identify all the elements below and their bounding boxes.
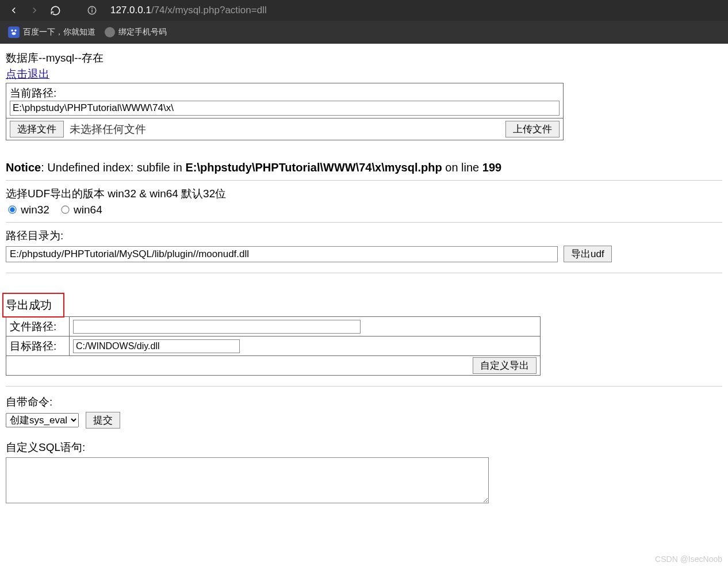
export-path-label: 路径目录为: (6, 228, 722, 243)
bookmark-baidu[interactable]: 百度一下，你就知道 (8, 26, 95, 38)
divider (6, 273, 722, 273)
export-udf-button[interactable]: 导出udf (564, 246, 612, 262)
divider (6, 222, 722, 223)
php-notice: Notice: Undefined index: subfile in E:\p… (6, 161, 722, 174)
radio-win64-label: win64 (74, 204, 102, 216)
baidu-icon (8, 26, 20, 38)
current-path-label: 当前路径: (10, 86, 560, 101)
radio-win32-wrap[interactable]: win32 (6, 204, 52, 216)
no-file-label: 未选择任何文件 (67, 122, 146, 137)
file-path-input[interactable] (73, 320, 361, 334)
browser-nav-bar: 127.0.0.1/74/x/mysql.php?action=dll (0, 0, 728, 21)
url-path: /74/x/mysql.php?action=dll (151, 5, 267, 16)
choose-file-button[interactable]: 选择文件 (10, 121, 64, 137)
svg-point-2 (92, 8, 93, 9)
builtin-cmd-label: 自带命令: (6, 395, 722, 410)
notice-file: E:\phpstudy\PHPTutorial\WWW\74\x\mysql.p… (185, 161, 442, 174)
custom-sql-label: 自定义SQL语句: (6, 440, 722, 455)
custom-export-table: 文件路径: 目标路径: 自定义导出 (6, 316, 541, 376)
notice-online: on line (442, 161, 482, 174)
url-host: 127.0.0.1 (110, 5, 151, 16)
radio-win64[interactable] (61, 205, 69, 213)
upload-table: 当前路径: 选择文件 未选择任何文件 上传文件 (6, 83, 564, 140)
target-path-label: 目标路径: (6, 336, 70, 356)
bookmark-phone[interactable]: 绑定手机号码 (105, 27, 167, 37)
file-path-label: 文件路径: (6, 317, 70, 336)
bookmark-baidu-label: 百度一下，你就知道 (23, 27, 95, 37)
target-path-input[interactable] (73, 339, 240, 353)
forward-icon[interactable] (26, 2, 43, 18)
custom-export-button[interactable]: 自定义导出 (473, 357, 537, 374)
export-success-status: 导出成功 (2, 293, 64, 318)
svg-point-5 (12, 32, 16, 35)
address-bar[interactable]: 127.0.0.1/74/x/mysql.php?action=dll (105, 5, 267, 16)
divider (6, 180, 722, 181)
radio-win32[interactable] (8, 205, 16, 213)
bookmark-phone-label: 绑定手机号码 (118, 27, 167, 37)
reload-icon[interactable] (47, 2, 63, 18)
current-path-input[interactable] (10, 101, 560, 116)
custom-sql-textarea[interactable] (6, 457, 489, 503)
bookmark-bar: 百度一下，你就知道 绑定手机号码 (0, 21, 728, 44)
upload-file-button[interactable]: 上传文件 (505, 121, 560, 137)
info-icon[interactable] (84, 2, 100, 18)
notice-prefix: Notice (6, 161, 41, 174)
globe-icon (105, 27, 115, 37)
exit-link[interactable]: 点击退出 (6, 68, 49, 80)
svg-point-3 (11, 29, 13, 32)
radio-win32-label: win32 (21, 204, 49, 216)
radio-win64-wrap[interactable]: win64 (59, 204, 102, 216)
page-title: 数据库--mysql--存在 (6, 51, 722, 66)
cmd-submit-button[interactable]: 提交 (86, 412, 120, 429)
export-path-input[interactable] (6, 246, 558, 262)
back-icon[interactable] (6, 2, 22, 18)
udf-version-label: 选择UDF导出的版本 win32 & win64 默认32位 (6, 186, 722, 201)
notice-line: 199 (482, 161, 501, 174)
builtin-cmd-select[interactable]: 创建sys_eval (6, 413, 79, 427)
notice-mid: : Undefined index: subfile in (41, 161, 185, 174)
divider (6, 386, 722, 387)
svg-point-4 (14, 29, 17, 32)
